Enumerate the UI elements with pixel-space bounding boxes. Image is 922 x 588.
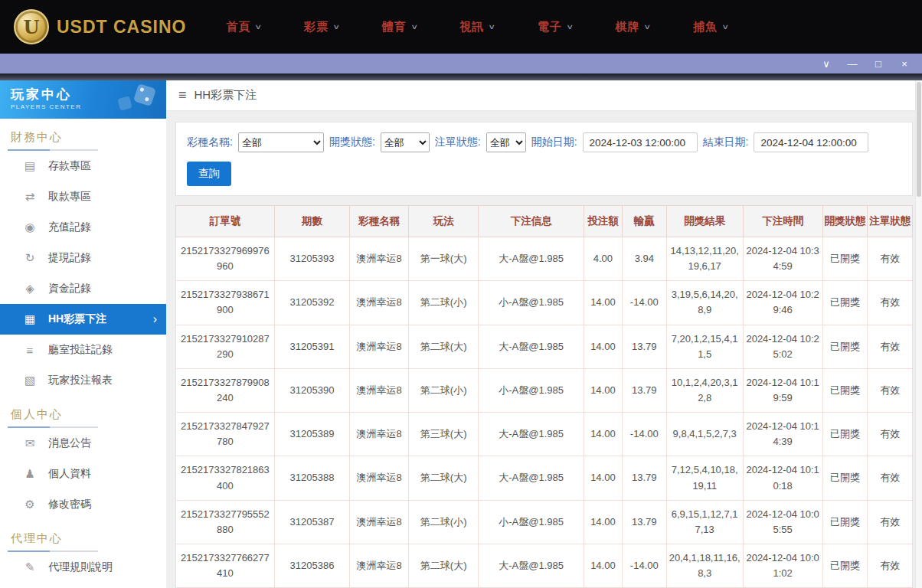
table-cell: 2024-12-04 10:10:18 [743,456,822,500]
app: 玩家中心 PLAYERS CENTER 財務中心▤存款專區⇄取款專區◉充值記錄↻… [0,80,922,588]
button-row: 查詢 [187,162,901,186]
titlebar-controls: ∨—□× [821,59,910,69]
column-header: 下注信息 [479,206,584,237]
table-cell: 2152173327821863400 [176,456,275,500]
table-cell: 13.79 [622,456,666,500]
nav-item-6[interactable]: 棋牌∨ [615,20,650,34]
table-cell: 大-A盤@1.985 [479,456,584,500]
table-cell: 31205388 [274,456,349,500]
nav-item-label: 視訊 [459,20,484,34]
nav-item-5[interactable]: 電子∨ [538,20,573,34]
table-cell: 小-A盤@1.985 [479,500,584,544]
close-icon[interactable]: × [899,59,910,69]
order-status-select[interactable]: 全部 [486,132,526,152]
sidebar-item-label: 充值記錄 [48,220,91,234]
table-cell: 第二球(小) [408,368,478,412]
table-cell: 2024-12-04 10:34:59 [743,237,822,281]
column-header: 下注時間 [743,206,822,237]
table-cell: 31205389 [274,413,349,456]
sidebar-item[interactable]: ⚙修改密碼 [0,489,166,520]
table-cell: 小-A盤@1.985 [479,368,584,412]
hamburger-icon[interactable]: ≡ [178,87,187,103]
table-cell: 第二球(小) [408,281,478,325]
sidebar-item[interactable]: ♟個人資料 [0,459,166,489]
table-cell: 13.79 [622,368,666,412]
sidebar-item[interactable]: ↻提現記錄 [0,243,166,273]
chevron-down-icon: ∨ [644,23,652,31]
nav-item-4[interactable]: 視訊∨ [459,20,495,34]
collapse-icon[interactable]: ∨ [821,59,832,69]
table-cell: 已開獎 [822,544,868,587]
sidebar-subtitle: PLAYERS CENTER [11,103,155,110]
start-date-label: 開始日期: [531,136,577,149]
scrollbar[interactable] [915,80,922,588]
table-cell: 已開獎 [822,456,868,500]
nav-item-2[interactable]: 彩票∨ [304,20,339,34]
section-heading-label: 個人中心 [11,407,63,420]
logo-text: USDT CASINO [57,17,186,38]
logo[interactable]: U USDT CASINO [14,9,186,44]
nav-item-label: 彩票 [304,20,329,34]
column-header: 訂單號 [176,206,275,237]
sidebar-item[interactable]: ⇄取款專區 [0,181,166,212]
chevron-down-icon: ∨ [255,23,263,31]
section-heading: 財務中心 [0,119,166,151]
column-header: 開獎結果 [666,206,743,237]
sidebar-item[interactable]: ◈資金記錄 [0,273,166,304]
breadcrumb: ≡ HH彩票下注 [166,80,922,111]
sidebar-item[interactable]: ✉消息公告 [0,428,166,459]
lottery-name-select[interactable]: 全部 [238,132,324,152]
search-button[interactable]: 查詢 [187,162,231,186]
table-cell: 澳洲幸运8 [350,413,409,456]
table-cell: 已開獎 [822,281,868,325]
topbar: U USDT CASINO 首頁∨彩票∨體育∨視訊∨電子∨棋牌∨捕魚∨ [0,0,922,54]
table-row: 215217332791028729031205391澳洲幸运8第二球(大)大-… [176,325,913,368]
chevron-down-icon: ∨ [332,23,340,31]
section-heading: 代理中心 [0,520,166,552]
table-cell: 有效 [868,237,913,281]
table-cell: 有效 [868,325,913,368]
scrollbar-thumb[interactable] [917,82,921,197]
table-cell: 有效 [868,413,913,456]
column-header: 期數 [274,206,349,237]
draw-status-select[interactable]: 全部 [381,132,430,152]
draw-status-label: 開獎狀態: [329,136,375,149]
table-cell: 14.00 [584,281,622,325]
table-cell: 10,1,2,4,20,3,12,8 [666,368,743,412]
table-row: 215217332796997696031205393澳洲幸运8第一球(大)大-… [176,237,913,281]
table-cell: 2152173327766277410 [176,544,275,587]
table-cell: 有效 [868,456,913,500]
nav-item-label: 捕魚 [693,20,718,34]
minimize-icon[interactable]: — [847,59,858,69]
chevron-right-icon: › [153,312,157,326]
table-cell: 澳洲幸运8 [350,325,409,368]
sidebar-item[interactable]: ▦HH彩票下注› [0,304,166,335]
sidebar-item[interactable]: ≡廳室投註記錄 [0,335,166,365]
hall-bet-record-icon: ≡ [23,344,37,357]
table-cell: 7,20,1,2,15,4,11,5 [666,325,743,368]
user-icon: ♟ [23,467,37,481]
table-cell: 2152173327879908240 [176,368,275,412]
start-date-input[interactable] [583,132,698,152]
nav-item-7[interactable]: 捕魚∨ [693,20,728,34]
sidebar-item[interactable]: ▧玩家投注報表 [0,365,166,396]
table-cell: 第二球(小) [408,500,478,544]
bell-icon: ✉ [23,436,37,450]
table-cell: 大-A盤@1.985 [479,237,584,281]
maximize-icon[interactable]: □ [873,59,884,69]
nav-item-label: 電子 [538,20,562,34]
table-cell: 澳洲幸运8 [350,281,409,325]
table-cell: 7,12,5,4,10,18,19,11 [666,456,743,500]
nav-item-1[interactable]: 首頁∨ [226,20,261,34]
sidebar-title: 玩家中心 [11,86,155,103]
sidebar-item[interactable]: ▤存款專區 [0,151,166,181]
table-cell: 3.94 [622,237,666,281]
sidebar-item[interactable]: ◉充值記錄 [0,212,166,243]
sidebar-sections: 財務中心▤存款專區⇄取款專區◉充值記錄↻提現記錄◈資金記錄▦HH彩票下注›≡廳室… [0,119,166,583]
table-cell: 31205390 [274,368,349,412]
nav-item-3[interactable]: 體育∨ [382,20,417,34]
sidebar-item-label: 消息公告 [48,436,91,450]
sidebar-item-label: 存款專區 [48,159,91,173]
end-date-input[interactable] [754,132,868,152]
sidebar-item[interactable]: ✎代理規則說明 [0,552,166,583]
